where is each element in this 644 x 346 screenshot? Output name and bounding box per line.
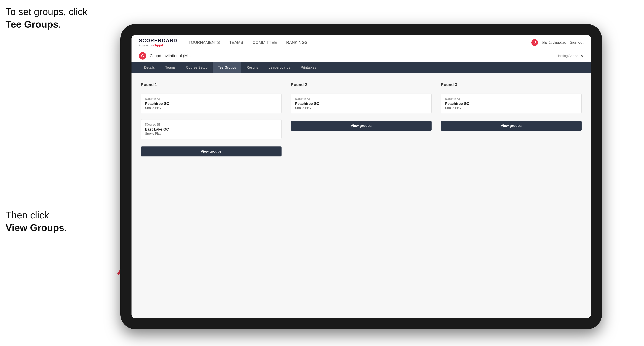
instruction-top-line1: To set groups, click xyxy=(6,6,88,17)
tournament-title: Clippd Invitational (M... xyxy=(150,53,554,58)
nav-teams[interactable]: TEAMS xyxy=(229,40,243,45)
round-1-course-a-format: Stroke Play xyxy=(145,106,277,110)
logo-sub: Powered by clippit xyxy=(139,43,178,47)
logo-area: SCOREBOARD Powered by clippit xyxy=(139,38,178,47)
nav-links: TOURNAMENTS TEAMS COMMITTEE RANKINGS xyxy=(188,40,532,45)
rounds-grid: Round 1 [Course A] Peachtree GC Stroke P… xyxy=(141,82,582,157)
user-email: blair@clippd.io xyxy=(542,40,566,45)
round-1-title: Round 1 xyxy=(141,82,282,87)
tab-details[interactable]: Details xyxy=(139,62,160,73)
tablet-screen: SCOREBOARD Powered by clippit TOURNAMENT… xyxy=(132,35,591,318)
tournament-bar: C Clippd Invitational (M... Hosting Canc… xyxy=(132,50,591,62)
round-1-view-groups-button[interactable]: View groups xyxy=(141,147,282,157)
user-avatar: B xyxy=(532,39,538,46)
round-1-column: Round 1 [Course A] Peachtree GC Stroke P… xyxy=(141,82,282,157)
round-3-course-a-name: Peachtree GC xyxy=(445,102,577,106)
top-nav: SCOREBOARD Powered by clippit TOURNAMENT… xyxy=(132,35,591,50)
tab-teams[interactable]: Teams xyxy=(160,62,181,73)
nav-right: B blair@clippd.io Sign out xyxy=(532,39,584,46)
nav-committee[interactable]: COMMITTEE xyxy=(252,40,277,45)
round-1-course-a-card: [Course A] Peachtree GC Stroke Play xyxy=(141,94,282,113)
round-1-course-b-label: [Course B] xyxy=(145,123,277,127)
round-2-view-groups-button[interactable]: View groups xyxy=(291,121,432,131)
sub-nav: Details Teams Course Setup Tee Groups Re… xyxy=(132,62,591,73)
tablet-device: SCOREBOARD Powered by clippit TOURNAMENT… xyxy=(120,24,602,329)
round-3-course-a-format: Stroke Play xyxy=(445,106,577,110)
round-1-course-b-card: [Course B] East Lake GC Stroke Play xyxy=(141,119,282,139)
instruction-bottom: Then click View Groups. xyxy=(6,209,67,234)
main-content: Round 1 [Course A] Peachtree GC Stroke P… xyxy=(132,73,591,318)
instruction-top-bold: Tee Groups xyxy=(6,19,58,30)
tab-printables[interactable]: Printables xyxy=(296,62,322,73)
tab-tee-groups[interactable]: Tee Groups xyxy=(213,62,241,73)
round-3-view-groups-button[interactable]: View groups xyxy=(441,121,582,131)
tab-results[interactable]: Results xyxy=(241,62,263,73)
cancel-button[interactable]: Cancel ✕ xyxy=(568,54,584,58)
instruction-top: To set groups, click Tee Groups. xyxy=(6,5,88,30)
round-2-column: Round 2 [Course A] Peachtree GC Stroke P… xyxy=(291,82,432,157)
nav-tournaments[interactable]: TOURNAMENTS xyxy=(188,40,220,45)
round-2-course-a-card: [Course A] Peachtree GC Stroke Play xyxy=(291,94,432,113)
round-3-title: Round 3 xyxy=(441,82,582,87)
tab-course-setup[interactable]: Course Setup xyxy=(181,62,213,73)
round-2-course-a-name: Peachtree GC xyxy=(295,102,427,106)
tournament-logo: C xyxy=(139,52,146,60)
round-1-course-b-format: Stroke Play xyxy=(145,132,277,136)
sign-out-link[interactable]: Sign out xyxy=(570,40,584,45)
round-3-course-a-card: [Course A] Peachtree GC Stroke Play xyxy=(441,94,582,113)
logo-text: SCOREBOARD xyxy=(139,38,178,43)
tab-leaderboards[interactable]: Leaderboards xyxy=(264,62,296,73)
round-2-course-a-label: [Course A] xyxy=(295,97,427,101)
round-3-column: Round 3 [Course A] Peachtree GC Stroke P… xyxy=(441,82,582,157)
round-3-course-a-label: [Course A] xyxy=(445,97,577,101)
round-1-course-b-name: East Lake GC xyxy=(145,127,277,132)
round-2-title: Round 2 xyxy=(291,82,432,87)
instruction-bottom-bold: View Groups xyxy=(6,222,64,233)
round-1-course-a-name: Peachtree GC xyxy=(145,102,277,106)
hosting-badge: Hosting xyxy=(556,54,568,58)
instruction-bottom-line1: Then click xyxy=(6,210,49,220)
round-2-course-a-format: Stroke Play xyxy=(295,106,427,110)
nav-rankings[interactable]: RANKINGS xyxy=(286,40,308,45)
round-1-course-a-label: [Course A] xyxy=(145,97,277,101)
